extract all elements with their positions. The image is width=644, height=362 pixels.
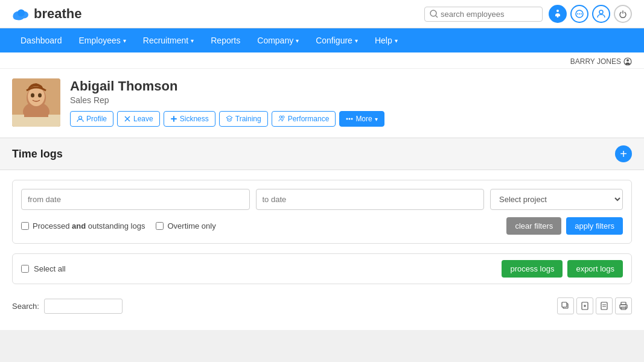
more-chevron-icon: ▾ xyxy=(375,116,378,122)
employee-details: Abigail Thomson Sales Rep Profile Leave … xyxy=(70,78,384,127)
nav-bar: Dashboard Employees ▾ Recruitment ▾ Repo… xyxy=(0,28,644,52)
add-time-log-button[interactable]: + xyxy=(615,145,632,162)
employee-action-tabs: Profile Leave Sickness Training Performa… xyxy=(70,111,384,127)
search-icon xyxy=(430,10,438,18)
svg-point-31 xyxy=(349,118,351,120)
employee-name: Abigail Thomson xyxy=(70,78,384,94)
nav-configure[interactable]: Configure ▾ xyxy=(307,28,366,52)
training-tab-icon xyxy=(226,115,233,122)
filters-card: Select project Processed and outstanding… xyxy=(12,180,632,244)
search-box[interactable] xyxy=(424,7,543,22)
current-user-name: BARRY JONES xyxy=(570,57,621,66)
search-input[interactable] xyxy=(441,10,537,19)
bottom-search-bar: Search: xyxy=(0,291,644,320)
overtime-checkbox-label[interactable]: Overtime only xyxy=(156,221,215,230)
nav-help[interactable]: Help ▾ xyxy=(366,28,406,52)
more-tab-icon xyxy=(346,115,353,122)
svg-point-12 xyxy=(599,10,603,14)
filter-buttons: clear filters apply filters xyxy=(506,217,623,235)
filters-row2: Processed and outstanding logs Overtime … xyxy=(21,217,623,235)
chevron-down-icon: ▾ xyxy=(296,37,299,44)
processed-logs-checkbox[interactable] xyxy=(21,222,29,230)
clear-filters-button[interactable]: clear filters xyxy=(506,217,561,235)
tab-more[interactable]: More ▾ xyxy=(339,111,384,127)
process-logs-button[interactable]: process logs xyxy=(502,260,563,278)
nav-recruitment[interactable]: Recruitment ▾ xyxy=(135,28,202,52)
section-title: Time logs xyxy=(12,148,63,160)
notifications-button[interactable] xyxy=(549,5,567,23)
svg-point-9 xyxy=(577,13,578,14)
to-date-input[interactable] xyxy=(256,189,485,210)
svg-point-11 xyxy=(581,13,582,14)
avatar-image xyxy=(12,78,60,127)
search-label: Search: xyxy=(12,302,39,311)
header-right xyxy=(424,5,632,23)
svg-rect-22 xyxy=(24,115,48,117)
nav-employees[interactable]: Employees ▾ xyxy=(71,28,135,52)
svg-rect-7 xyxy=(557,16,559,17)
svg-point-20 xyxy=(38,94,42,98)
from-date-input[interactable] xyxy=(21,189,250,210)
svg-point-29 xyxy=(282,116,284,118)
svg-point-14 xyxy=(626,59,629,62)
export-logs-button[interactable]: export logs xyxy=(567,260,623,278)
tab-profile[interactable]: Profile xyxy=(70,111,113,127)
messages-button[interactable] xyxy=(570,5,588,23)
logo-text: breathe xyxy=(34,6,81,22)
tab-leave[interactable]: Leave xyxy=(117,111,160,127)
svg-point-32 xyxy=(351,118,353,120)
nav-company[interactable]: Company ▾ xyxy=(249,28,307,52)
nav-reports[interactable]: Reports xyxy=(202,28,249,52)
export-buttons: process logs export logs xyxy=(502,260,623,278)
table-icons xyxy=(557,297,632,314)
overtime-label: Overtime only xyxy=(167,221,215,230)
download-csv-icon[interactable] xyxy=(576,297,593,314)
logo-icon xyxy=(12,7,30,21)
svg-point-23 xyxy=(79,116,82,119)
tab-sickness[interactable]: Sickness xyxy=(164,111,215,127)
select-all-checkbox[interactable] xyxy=(21,265,29,273)
time-logs-section-header: Time logs + xyxy=(0,138,644,170)
svg-point-4 xyxy=(430,10,436,16)
user-info-bar: BARRY JONES xyxy=(0,52,644,69)
chevron-down-icon: ▾ xyxy=(123,37,126,44)
overtime-checkbox[interactable] xyxy=(156,222,164,230)
chevron-down-icon: ▾ xyxy=(395,37,398,44)
app-header: breathe xyxy=(0,0,644,28)
project-select[interactable]: Select project xyxy=(490,189,623,210)
power-button[interactable] xyxy=(614,5,632,23)
header-icons xyxy=(549,5,632,23)
profile-button[interactable] xyxy=(592,5,610,23)
select-all-label[interactable]: Select all xyxy=(21,264,66,273)
apply-filters-button[interactable]: apply filters xyxy=(566,217,623,235)
nav-dashboard[interactable]: Dashboard xyxy=(12,28,71,52)
svg-rect-27 xyxy=(171,118,177,119)
svg-rect-38 xyxy=(601,302,607,310)
filter-checkboxes: Processed and outstanding logs Overtime … xyxy=(21,221,216,230)
sickness-tab-icon xyxy=(170,115,177,122)
svg-point-19 xyxy=(31,94,34,98)
processed-logs-checkbox-label[interactable]: Processed and outstanding logs xyxy=(21,221,145,230)
employee-profile: Abigail Thomson Sales Rep Profile Leave … xyxy=(0,69,644,133)
download-pdf-icon[interactable] xyxy=(596,297,613,314)
svg-point-6 xyxy=(556,10,559,12)
copy-icon[interactable] xyxy=(557,297,574,314)
select-all-row: Select all process logs export logs xyxy=(12,253,632,284)
leave-tab-icon xyxy=(124,115,131,122)
svg-point-30 xyxy=(346,118,348,120)
chevron-down-icon: ▾ xyxy=(191,37,194,44)
tab-performance[interactable]: Performance xyxy=(272,111,336,127)
main-content: BARRY JONES Abigail Thoms xyxy=(0,52,644,330)
svg-point-3 xyxy=(18,10,25,17)
svg-rect-34 xyxy=(562,302,567,307)
tab-training[interactable]: Training xyxy=(219,111,268,127)
print-icon[interactable] xyxy=(615,297,632,314)
logo-area: breathe xyxy=(12,6,81,22)
svg-point-18 xyxy=(28,87,45,106)
user-circle-icon xyxy=(623,57,632,66)
svg-point-28 xyxy=(279,116,282,118)
profile-tab-icon xyxy=(77,115,84,122)
performance-tab-icon xyxy=(278,115,285,122)
svg-rect-41 xyxy=(621,302,626,305)
bottom-search-input[interactable] xyxy=(44,299,123,314)
